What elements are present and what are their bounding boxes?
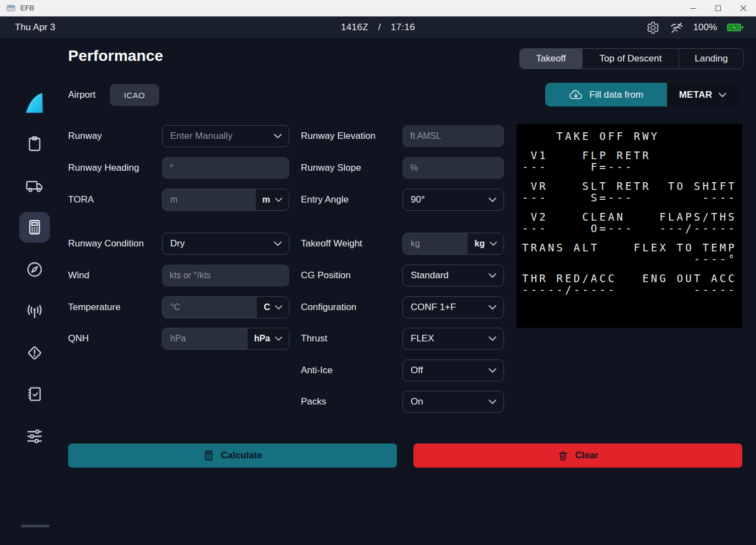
sidebar-nav (0, 38, 52, 545)
runway-elevation-input[interactable] (402, 125, 504, 147)
thrust-select[interactable]: FLEX (402, 328, 504, 350)
clipboard-icon (26, 135, 43, 153)
chevron-down-icon (719, 93, 726, 97)
tora-unit-dropdown[interactable]: m (256, 189, 289, 210)
tora-unit-value: m (262, 195, 270, 205)
settings-gear-icon[interactable] (646, 21, 660, 35)
calculate-button[interactable]: Calculate (68, 443, 397, 468)
mcdu-line: V1 FLP RETR (522, 150, 737, 161)
airport-icao-button[interactable]: ICAO (110, 84, 159, 106)
sidebar-divider (21, 525, 49, 527)
field-label-runway-slope: Runway Slope (301, 157, 361, 179)
sidebar-item-settings[interactable] (19, 538, 50, 545)
field-label-takeoff-weight: Takeoff Weight (301, 233, 362, 255)
sidebar-item-performance[interactable] (19, 212, 50, 243)
configuration-value: CONF 1+F (411, 302, 456, 313)
sidebar-item-checklists[interactable] (19, 379, 50, 409)
sidebar-item-options[interactable] (19, 421, 50, 452)
field-label-runway-condition: Runway Condition (68, 233, 144, 255)
entry-angle-select[interactable]: 90° (402, 189, 504, 211)
entry-angle-value: 90° (411, 194, 425, 205)
clear-button[interactable]: Clear (413, 443, 742, 468)
sidebar-item-failures[interactable] (19, 338, 50, 368)
calculator-icon (26, 218, 43, 236)
takeoff-weight-control: kg (402, 233, 504, 255)
fill-data-label: Fill data from (589, 89, 643, 100)
sidebar-item-flightplan[interactable] (19, 128, 50, 159)
calculator-icon (203, 450, 215, 462)
qnh-unit-value: hPa (254, 334, 270, 344)
tora-control: m (162, 189, 289, 211)
fill-data-control: Fill data from METAR (545, 83, 738, 106)
chevron-down-icon (490, 241, 497, 246)
minimize-button[interactable] (680, 0, 705, 16)
field-label-thrust: Thrust (301, 328, 327, 350)
wind-input[interactable] (162, 265, 289, 286)
tab-landing[interactable]: Landing (679, 49, 743, 69)
sliders-icon (25, 427, 44, 446)
cg-position-value: Standard (411, 270, 449, 281)
minimize-icon (690, 8, 696, 9)
packs-select[interactable]: On (402, 391, 504, 413)
field-label-tora: TORA (68, 189, 94, 211)
airport-label: Airport (68, 84, 96, 106)
mcdu-takeoff-display: TAKE OFF RWY V1 FLP RETR --- F=--- VR SL… (517, 124, 742, 328)
runway-condition-select[interactable]: Dry (162, 233, 289, 255)
maximize-icon (715, 5, 721, 11)
status-bar: Thu Apr 3 1416Z/17:16 100% (0, 16, 756, 38)
runway-select[interactable]: Enter Manually (162, 125, 289, 147)
runway-heading-input[interactable] (162, 157, 289, 179)
sidebar-item-ground-services[interactable] (19, 170, 50, 201)
wifi-off-icon (670, 21, 684, 35)
status-clock: 1416Z/17:16 (0, 16, 756, 38)
temperature-input[interactable] (163, 297, 257, 318)
app-icon (7, 4, 15, 12)
window-title: EFB (20, 4, 34, 12)
tab-top-of-descent[interactable]: Top of Descent (582, 49, 679, 69)
qnh-input[interactable] (163, 328, 248, 349)
anti-ice-select[interactable]: Off (402, 359, 504, 381)
chevron-down-icon (275, 336, 282, 341)
field-label-cg-position: CG Position (301, 265, 351, 286)
chevron-down-icon (274, 134, 282, 138)
qnh-control: hPa (162, 328, 289, 350)
runway-slope-input[interactable] (402, 157, 504, 179)
runway-select-value: Enter Manually (170, 131, 232, 142)
chevron-down-icon (275, 198, 282, 202)
field-label-temperature: Temperature (68, 296, 120, 318)
phase-tabs: Takeoff Top of Descent Landing (519, 48, 744, 69)
cg-position-select[interactable]: Standard (402, 265, 504, 286)
mcdu-line: TRANS ALT FLEX TO TEMP (522, 242, 737, 254)
clock-separator: / (378, 22, 381, 32)
sidebar-item-atc[interactable] (19, 297, 50, 328)
fill-data-source-dropdown[interactable]: METAR (667, 83, 738, 106)
mcdu-line: --- S=--- ---- (522, 192, 737, 204)
mcdu-line: ----° (522, 254, 737, 265)
trash-icon (557, 450, 569, 462)
mcdu-line: VR SLT RETR TO SHIFT (522, 181, 737, 192)
temperature-unit-dropdown[interactable]: C (257, 297, 289, 318)
takeoff-weight-unit-dropdown[interactable]: kg (468, 233, 503, 254)
compass-icon (26, 261, 43, 278)
close-button[interactable] (731, 0, 756, 16)
truck-icon (25, 176, 44, 195)
chevron-down-icon (489, 400, 496, 404)
takeoff-weight-input[interactable] (403, 233, 468, 254)
packs-value: On (411, 396, 423, 407)
configuration-select[interactable]: CONF 1+F (402, 296, 504, 318)
battery-charging-icon (727, 23, 744, 32)
qnh-unit-dropdown[interactable]: hPa (248, 328, 289, 349)
fill-data-button[interactable]: Fill data from (545, 83, 667, 106)
calculate-label: Calculate (221, 450, 262, 461)
mcdu-line: -----/----- ----- (522, 284, 737, 296)
antenna-icon (25, 304, 44, 322)
tora-input[interactable] (163, 189, 256, 210)
mcdu-line: V2 CLEAN FLAPS/THS (522, 211, 737, 223)
field-label-qnh: QNH (68, 328, 89, 350)
mcdu-line: TAKE OFF RWY (522, 131, 737, 142)
logo-fin-icon (23, 91, 46, 115)
tab-takeoff[interactable]: Takeoff (520, 49, 582, 69)
maximize-button[interactable] (705, 0, 731, 16)
hazard-icon (25, 344, 44, 362)
sidebar-item-navigation[interactable] (19, 254, 50, 285)
